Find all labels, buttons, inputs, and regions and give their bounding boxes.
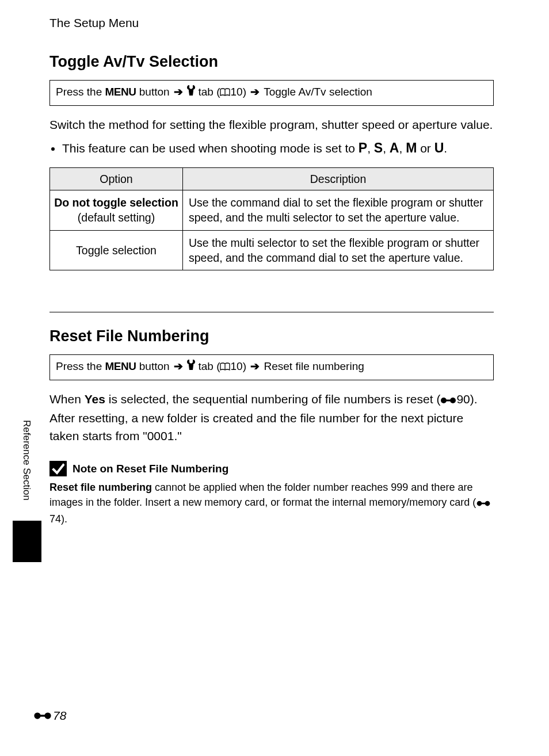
nav-text: tab ( xyxy=(195,86,220,98)
feature-bullet: This feature can be used when shooting m… xyxy=(62,138,494,158)
nav-text: ) xyxy=(243,86,250,98)
mode-s: S xyxy=(374,140,383,155)
option-sub: (default setting) xyxy=(78,211,155,224)
intro-text: Switch the method for setting the flexib… xyxy=(49,116,494,133)
mode-u: U xyxy=(434,140,444,155)
mode-p: P xyxy=(359,140,367,155)
nav-destination: Toggle Av/Tv selection xyxy=(261,86,372,98)
wrench-icon xyxy=(187,85,195,100)
arrow-right-icon: ➔ xyxy=(174,85,183,100)
description-cell: Use the multi selector to set the flexib… xyxy=(183,230,494,270)
nav-path-reset: Press the MENU button ➔ tab (10) ➔ Reset… xyxy=(49,354,494,380)
section-divider xyxy=(49,312,494,312)
note-lead: Reset file numbering xyxy=(49,482,152,493)
ref-num: 90 xyxy=(456,392,470,406)
col-header-option: Option xyxy=(50,167,183,190)
reference-icon xyxy=(33,709,52,723)
menu-button-glyph: MENU xyxy=(105,360,136,372)
table-row: Toggle selection Use the multi selector … xyxy=(50,230,494,270)
reset-body-text: When Yes is selected, the sequential num… xyxy=(49,391,494,445)
chapter-title: The Setup Menu xyxy=(49,16,494,30)
page-content: The Setup Menu Toggle Av/Tv Selection Pr… xyxy=(49,16,494,526)
feature-bullet-list: This feature can be used when shooting m… xyxy=(49,138,494,158)
book-icon xyxy=(220,362,230,371)
nav-text: ) xyxy=(243,360,250,372)
table-row: Do not toggle selection (default setting… xyxy=(50,190,494,230)
nav-destination: Reset file numbering xyxy=(261,360,364,372)
reference-icon xyxy=(476,497,491,511)
wrench-icon xyxy=(187,360,195,374)
nav-text: tab ( xyxy=(195,360,220,372)
options-table: Option Description Do not toggle selecti… xyxy=(49,167,494,271)
section-title-toggle: Toggle Av/Tv Selection xyxy=(49,53,494,71)
nav-text: button xyxy=(136,86,173,98)
option-cell: Do not toggle selection (default setting… xyxy=(50,190,183,230)
nav-text: button xyxy=(136,360,173,372)
bullet-pre: This feature can be used when shooting m… xyxy=(62,142,359,155)
option-cell: Toggle selection xyxy=(50,230,183,270)
reference-icon xyxy=(440,392,456,410)
t: When xyxy=(49,392,85,406)
ref-num: 74 xyxy=(49,513,61,525)
note-check-icon xyxy=(49,461,67,476)
note-block: Note on Reset File Numbering Reset file … xyxy=(49,461,494,526)
svg-point-4 xyxy=(450,398,456,403)
option-name: Do not toggle selection xyxy=(54,196,178,209)
note-title: Note on Reset File Numbering xyxy=(73,463,228,475)
bullet-post: . xyxy=(444,142,447,155)
svg-point-7 xyxy=(485,501,490,506)
page-number: 78 xyxy=(33,709,66,723)
page-num-value: 78 xyxy=(53,709,66,723)
section-title-reset: Reset File Numbering xyxy=(49,327,494,345)
t: ). xyxy=(61,513,67,525)
svg-point-10 xyxy=(44,712,51,719)
arrow-right-icon: ➔ xyxy=(174,360,183,374)
yes-bold: Yes xyxy=(85,392,105,406)
side-tab-marker xyxy=(13,521,41,562)
nav-pageref: 10 xyxy=(230,360,242,372)
note-heading: Note on Reset File Numbering xyxy=(49,461,494,476)
nav-text: Press the xyxy=(56,360,105,372)
mode-a: A xyxy=(390,140,399,155)
col-header-description: Description xyxy=(183,167,494,190)
menu-button-glyph: MENU xyxy=(105,86,136,98)
table-header-row: Option Description xyxy=(50,167,494,190)
note-body: Reset file numbering cannot be applied w… xyxy=(49,480,494,526)
nav-path-toggle: Press the MENU button ➔ tab (10) ➔ Toggl… xyxy=(49,80,494,106)
side-section-label: Reference Section xyxy=(21,420,32,501)
nav-text: Press the xyxy=(56,86,105,98)
arrow-right-icon: ➔ xyxy=(250,360,260,374)
nav-pageref: 10 xyxy=(230,86,242,98)
description-cell: Use the command dial to set the flexible… xyxy=(183,190,494,230)
mode-m: M xyxy=(406,140,417,155)
option-name: Toggle selection xyxy=(76,244,157,257)
t: is selected, the sequential numbering of… xyxy=(105,392,440,406)
arrow-right-icon: ➔ xyxy=(250,85,260,100)
book-icon xyxy=(220,88,230,96)
